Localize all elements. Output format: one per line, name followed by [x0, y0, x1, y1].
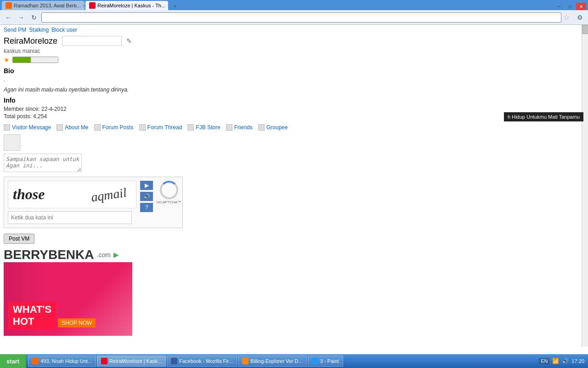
forum-posts-icon	[94, 124, 101, 131]
member-since-date: 22-4-2012	[41, 106, 67, 112]
captcha-audio-button[interactable]: ▶	[140, 181, 153, 190]
visitor-message-icon	[4, 124, 10, 131]
profile-username: ReiraMoreloze	[4, 36, 57, 46]
captcha-image: those aqmail	[8, 181, 136, 208]
minimize-button[interactable]: ─	[554, 3, 564, 10]
ad-shop-now-text: SHOP NOW	[58, 318, 96, 328]
user-avatar	[4, 134, 20, 151]
tab-2-icon	[89, 2, 96, 9]
groupee-icon	[258, 124, 265, 131]
edit-icon[interactable]: ✎	[126, 37, 132, 45]
forum-thread-icon	[139, 124, 146, 131]
nav-groupee-label: Groupee	[266, 124, 288, 131]
captcha-word-1: those	[13, 186, 45, 203]
scrollbar[interactable]	[582, 25, 588, 347]
captcha-box: those aqmail ▶ 🔊 ?	[4, 177, 183, 228]
tab-1-close[interactable]: ✕	[83, 3, 85, 8]
nav-groupee[interactable]: Groupee	[258, 124, 288, 131]
recaptcha-label: reCAPTCHA™	[157, 200, 181, 204]
captcha-help-button[interactable]: ?	[140, 203, 153, 212]
fjb-store-icon	[187, 124, 194, 131]
tab-1-label: Ramadhan 2013, Awal Berb...	[14, 3, 81, 8]
refresh-button[interactable]: ↻	[28, 12, 40, 23]
nav-about-me[interactable]: About Me	[57, 124, 88, 131]
forward-button[interactable]: →	[16, 12, 27, 23]
profile-stars: ★	[4, 56, 584, 63]
close-button[interactable]: ✕	[576, 3, 586, 10]
bio-heading: Bio	[4, 67, 584, 75]
member-since-label: Member since:	[4, 106, 40, 112]
about-me-icon	[57, 124, 63, 131]
bio-description: Agan ini masih malu-malu nyeritain tenta…	[4, 86, 584, 93]
nav-forum-posts-label: Forum Posts	[102, 124, 134, 131]
total-posts-row: Total posts: 4,254	[4, 113, 584, 120]
nav-forum-posts[interactable]: Forum Posts	[94, 124, 134, 131]
address-bar[interactable]: www.kaskus.co.id/profile/4270477	[41, 12, 561, 23]
tab-1[interactable]: Ramadhan 2013, Awal Berb... ✕	[2, 1, 85, 10]
vm-area: those aqmail ▶ 🔊 ?	[4, 134, 584, 244]
nav-forum-thread[interactable]: Forum Thread	[139, 124, 182, 131]
volume-icon: 🔊	[143, 193, 150, 200]
tab-1-icon	[6, 2, 12, 9]
profile-section: Send PM Stalking Block user ReiraMoreloz…	[0, 25, 588, 338]
member-since-row: Member since: 22-4-2012	[4, 106, 584, 112]
captcha-input[interactable]	[8, 211, 132, 224]
profile-actions: Send PM Stalking Block user	[4, 27, 584, 33]
captcha-controls: ▶ 🔊 ?	[140, 181, 153, 212]
window-controls: ─ □ ✕	[554, 3, 586, 10]
new-tab-button[interactable]: +	[171, 2, 179, 10]
vm-textarea[interactable]	[4, 154, 82, 172]
nav-visitor-message-label: Visitor Message	[12, 124, 51, 131]
bio-text: .	[4, 76, 584, 83]
audio-icon: ▶	[145, 182, 149, 189]
info-heading: Info	[4, 97, 584, 104]
profile-rank: kaskus maniac	[4, 48, 584, 54]
tab-2-label: ReiraMoreloze | Kaskus - Th...	[97, 3, 165, 8]
nav-fjb-store[interactable]: FJB Store	[187, 124, 220, 131]
captcha-volume-button[interactable]: 🔊	[140, 192, 153, 201]
send-pm-link[interactable]: Send PM	[4, 27, 26, 33]
ad-area: BERRYBENKA .com ▶ WHAT'SHOT SHOP NOW	[4, 247, 584, 336]
ad-what-hot-text: WHAT'SHOT	[8, 302, 56, 329]
profile-name-row: ReiraMoreloze ✎	[4, 36, 584, 46]
nav-about-me-label: About Me	[65, 124, 88, 131]
friends-icon	[226, 124, 232, 131]
page-content: Send PM Stalking Block user ReiraMoreloz…	[0, 25, 588, 347]
brand-dotcom: .com	[97, 251, 111, 259]
ad-play-icon: ▶	[113, 251, 119, 259]
recaptcha-spinner	[160, 181, 178, 199]
nav-bar: ← → ↻ www.kaskus.co.id/profile/4270477 ☆…	[0, 10, 588, 25]
tools-button[interactable]: ⚙	[574, 12, 585, 23]
rank-progress-bar	[12, 57, 58, 63]
captcha-word-2: aqmail	[90, 185, 127, 205]
bookmark-star[interactable]: ☆	[563, 13, 572, 22]
help-icon: ?	[145, 204, 148, 211]
floating-banner: h Hidup Untukmu Mati Tanpamu	[504, 112, 583, 121]
nav-forum-thread-label: Forum Thread	[147, 124, 182, 131]
rank-progress-fill	[13, 57, 31, 63]
ad-brand: BERRYBENKA .com ▶	[4, 247, 584, 262]
nav-friends[interactable]: Friends	[226, 124, 253, 131]
block-user-link[interactable]: Block user	[51, 27, 77, 33]
total-posts-label: Total posts:	[4, 113, 32, 120]
posts-count: 4,254	[33, 113, 47, 120]
tab-2-close[interactable]: ✕	[167, 3, 168, 8]
profile-nav: Visitor Message About Me Forum Posts For…	[4, 124, 584, 131]
star-1: ★	[4, 56, 10, 63]
nav-fjb-store-label: FJB Store	[196, 124, 220, 131]
maximize-button[interactable]: □	[565, 3, 575, 10]
brand-name: BERRYBENKA	[4, 247, 94, 262]
profile-name-input[interactable]	[62, 36, 122, 46]
nav-visitor-message[interactable]: Visitor Message	[4, 124, 51, 131]
nav-friends-label: Friends	[234, 124, 253, 131]
stalking-link[interactable]: Stalking	[29, 27, 49, 33]
back-button[interactable]: ←	[3, 12, 14, 23]
tab-2[interactable]: ReiraMoreloze | Kaskus - Th... ✕	[85, 1, 168, 10]
post-vm-button[interactable]: Post VM	[4, 234, 34, 244]
ad-image[interactable]: WHAT'SHOT SHOP NOW	[4, 262, 132, 336]
scrollbar-thumb[interactable]	[582, 25, 588, 34]
recaptcha-logo: reCAPTCHA™	[157, 181, 181, 204]
